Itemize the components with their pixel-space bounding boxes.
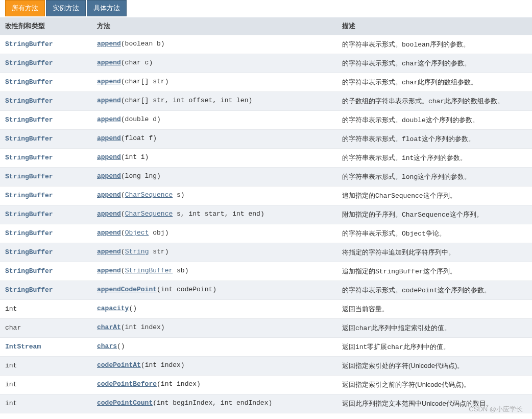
cell-method[interactable]: append(char[] str) [92,73,337,92]
table-row: StringBufferappend(Object obj)的字符串表示形式。O… [0,224,532,243]
table-row: StringBufferappend(String str)将指定的字符串追加到… [0,243,532,262]
tab-0[interactable]: 所有方法 [5,0,45,16]
cell-type[interactable]: StringBuffer [0,35,92,54]
cell-type[interactable]: StringBuffer [0,111,92,130]
cell-method[interactable]: chars() [92,338,337,357]
cell-method[interactable]: append(CharSequence s, int start, int en… [92,205,337,224]
cell-type[interactable]: StringBuffer [0,205,92,224]
cell-desc: 将指定的字符串追加到此字符序列中。 [337,243,532,262]
header-method: 方法 [92,17,337,35]
header-type: 改性剂和类型 [0,17,92,35]
cell-desc: 返回int零扩展char此序列中的值。 [337,338,532,357]
table-row: IntStreamchars()返回int零扩展char此序列中的值。 [0,338,532,357]
table-row: intcodePointCount(int beginIndex, int en… [0,394,532,413]
cell-method[interactable]: append(String str) [92,243,337,262]
cell-type[interactable]: StringBuffer [0,262,92,281]
cell-desc: 的字符串表示形式。Object争论。 [337,224,532,243]
cell-method[interactable]: codePointAt(int index) [92,357,337,376]
cell-desc: 返回指定索引处的字符(Unicode代码点)。 [337,357,532,376]
cell-type[interactable]: int [0,357,92,376]
cell-desc: 返回指定索引之前的字符(Unicode代码点)。 [337,376,532,394]
cell-type[interactable]: StringBuffer [0,73,92,92]
method-summary-table: 改性剂和类型 方法 描述 StringBufferappend(boolean … [0,17,532,419]
header-desc: 描述 [337,17,532,35]
cell-method[interactable]: append(float f) [92,130,337,149]
cell-method[interactable]: charAt(int index) [92,319,337,338]
cell-type[interactable]: IntStream [0,413,92,420]
cell-method[interactable]: codePointCount(int beginIndex, int endIn… [92,394,337,413]
cell-desc: 返回char此序列中指定索引处的值。 [337,319,532,338]
cell-method[interactable]: append(StringBuffer sb) [92,262,337,281]
cell-method[interactable]: append(char c) [92,54,337,73]
cell-desc: 附加指定的子序列。CharSequence这个序列。 [337,205,532,224]
table-row: intcodePointAt(int index)返回指定索引处的字符(Unic… [0,357,532,376]
cell-method[interactable]: codePoints() [92,413,337,420]
cell-desc: 追加指定的CharSequence这个序列。 [337,187,532,205]
table-row: IntStreamcodePoints()从此序列返回代码点值的流。 [0,413,532,420]
table-row: charcharAt(int index)返回char此序列中指定索引处的值。 [0,319,532,338]
cell-method[interactable]: append(Object obj) [92,224,337,243]
table-row: StringBufferappend(double d)的字符串表示形式。dou… [0,111,532,130]
cell-type[interactable]: StringBuffer [0,243,92,262]
cell-type[interactable]: int [0,300,92,319]
cell-desc: 追加指定的StringBuffer这个序列。 [337,262,532,281]
table-row: intcapacity()返回当前容量。 [0,300,532,319]
table-row: StringBufferappend(int i)的字符串表示形式。int这个序… [0,149,532,168]
table-row: intcodePointBefore(int index)返回指定索引之前的字符… [0,376,532,394]
cell-desc: 的子数组的字符串表示形式。char此序列的数组参数。 [337,92,532,111]
tab-2[interactable]: 具体方法 [87,0,127,16]
cell-type[interactable]: StringBuffer [0,149,92,168]
cell-desc: 的字符串表示形式。char此序列的数组参数。 [337,73,532,92]
cell-desc: 的字符串表示形式。boolean序列的参数。 [337,35,532,54]
cell-type[interactable]: StringBuffer [0,54,92,73]
cell-method[interactable]: capacity() [92,300,337,319]
cell-method[interactable]: append(char[] str, int offset, int len) [92,92,337,111]
cell-desc: 的字符串表示形式。int这个序列的参数。 [337,149,532,168]
cell-desc: 的字符串表示形式。long这个序列的参数。 [337,168,532,187]
cell-desc: 的字符串表示形式。float这个序列的参数。 [337,130,532,149]
table-header-row: 改性剂和类型 方法 描述 [0,17,532,35]
cell-desc: 的字符串表示形式。char这个序列的参数。 [337,54,532,73]
cell-type[interactable]: StringBuffer [0,168,92,187]
cell-desc: 从此序列返回代码点值的流。 [337,413,532,420]
table-row: StringBufferappend(CharSequence s, int s… [0,205,532,224]
table-row: StringBufferappendCodePoint(int codePoin… [0,281,532,300]
method-filter-tabs: 所有方法实例方法具体方法 [0,0,532,16]
cell-type[interactable]: int [0,376,92,394]
cell-type[interactable]: IntStream [0,338,92,357]
cell-desc: 的字符串表示形式。double这个序列的参数。 [337,111,532,130]
cell-method[interactable]: appendCodePoint(int codePoint) [92,281,337,300]
cell-desc: 返回当前容量。 [337,300,532,319]
cell-type[interactable]: StringBuffer [0,224,92,243]
cell-type[interactable]: StringBuffer [0,92,92,111]
cell-desc: 的字符串表示形式。codePoint这个序列的参数。 [337,281,532,300]
table-row: StringBufferappend(StringBuffer sb)追加指定的… [0,262,532,281]
table-row: StringBufferappend(char c)的字符串表示形式。char这… [0,54,532,73]
table-row: StringBufferappend(char[] str, int offse… [0,92,532,111]
cell-type[interactable]: int [0,394,92,413]
cell-method[interactable]: append(boolean b) [92,35,337,54]
tab-1[interactable]: 实例方法 [46,0,86,16]
cell-type[interactable]: StringBuffer [0,281,92,300]
cell-type[interactable]: StringBuffer [0,130,92,149]
cell-method[interactable]: append(int i) [92,149,337,168]
table-row: StringBufferappend(boolean b)的字符串表示形式。bo… [0,35,532,54]
cell-method[interactable]: append(CharSequence s) [92,187,337,205]
table-row: StringBufferappend(long lng)的字符串表示形式。lon… [0,168,532,187]
table-row: StringBufferappend(float f)的字符串表示形式。floa… [0,130,532,149]
table-row: StringBufferappend(CharSequence s)追加指定的C… [0,187,532,205]
table-row: StringBufferappend(char[] str)的字符串表示形式。c… [0,73,532,92]
cell-type[interactable]: StringBuffer [0,187,92,205]
cell-desc: 返回此序列指定文本范围中Unicode代码点的数目。 [337,394,532,413]
cell-method[interactable]: append(long lng) [92,168,337,187]
cell-type[interactable]: char [0,319,92,338]
cell-method[interactable]: codePointBefore(int index) [92,376,337,394]
cell-method[interactable]: append(double d) [92,111,337,130]
